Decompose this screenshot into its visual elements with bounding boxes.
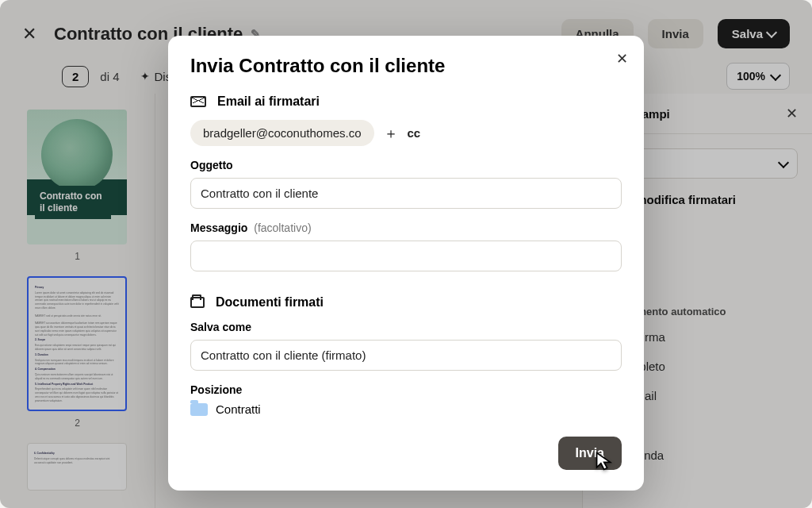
- envelope-icon: [190, 96, 206, 107]
- message-label-text: Messaggio: [190, 221, 247, 234]
- subject-label: Oggetto: [190, 159, 622, 171]
- location-value: Contratti: [216, 402, 261, 416]
- location-row[interactable]: Contratti: [190, 402, 622, 416]
- location-label: Posizione: [190, 383, 622, 396]
- message-input[interactable]: [190, 241, 622, 271]
- email-section-label: Email ai firmatari: [217, 94, 320, 109]
- send-modal: ✕ Invia Contratto con il cliente Email a…: [168, 36, 644, 491]
- modal-footer: Invia: [190, 437, 622, 470]
- send-button[interactable]: Invia: [558, 437, 622, 470]
- cc-button[interactable]: cc: [408, 126, 421, 140]
- recipient-chip[interactable]: bradgeller@coconuthomes.co: [190, 120, 374, 146]
- folder-outline-icon: [190, 297, 205, 308]
- save-as-label: Salva come: [190, 321, 622, 333]
- save-as-input[interactable]: [190, 340, 622, 371]
- email-section-header: Email ai firmatari: [190, 94, 622, 109]
- plus-icon[interactable]: ＋: [384, 124, 398, 143]
- close-icon[interactable]: ✕: [616, 50, 628, 67]
- message-optional-text: (facoltativo): [254, 221, 311, 234]
- folder-icon: [190, 403, 208, 416]
- modal-title: Invia Contratto con il cliente: [190, 55, 622, 77]
- signed-docs-label: Documenti firmati: [216, 295, 324, 310]
- signed-docs-section-header: Documenti firmati: [190, 295, 622, 310]
- message-label: Messaggio (facoltativo): [190, 221, 622, 234]
- subject-input[interactable]: [190, 178, 622, 209]
- recipient-row: bradgeller@coconuthomes.co ＋ cc: [190, 120, 622, 146]
